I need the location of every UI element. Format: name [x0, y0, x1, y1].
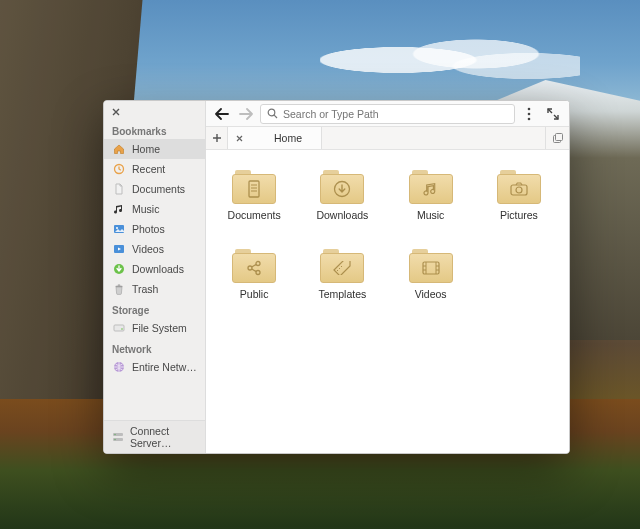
svg-point-17 [528, 117, 531, 120]
folder-icon [409, 247, 453, 283]
toolbar [206, 101, 569, 127]
sidebar-item-music[interactable]: Music [104, 199, 205, 219]
svg-point-16 [528, 112, 531, 115]
folder-label: Documents [228, 209, 281, 221]
duplicate-tab-button[interactable] [545, 127, 569, 149]
sidebar-item-documents[interactable]: Documents [104, 179, 205, 199]
sidebar-item-label: Music [132, 203, 197, 215]
sidebar: BookmarksHomeRecentDocumentsMusicPhotosV… [104, 101, 206, 453]
search-icon [267, 108, 278, 119]
svg-point-15 [528, 107, 531, 110]
folder-label: Public [240, 288, 269, 300]
kebab-icon [527, 107, 531, 121]
close-icon [236, 135, 243, 142]
arrow-left-icon [215, 108, 229, 120]
svg-point-2 [116, 227, 118, 229]
folder-icon [232, 247, 276, 283]
svg-rect-27 [423, 262, 439, 274]
sidebar-section-label: Storage [104, 299, 205, 318]
folder-pictures[interactable]: Pictures [475, 164, 563, 225]
photos-icon [112, 222, 126, 236]
sidebar-close-button[interactable] [110, 106, 122, 118]
sidebar-item-label: Recent [132, 163, 197, 175]
duplicate-icon [552, 132, 564, 144]
sidebar-item-downloads[interactable]: Downloads [104, 259, 205, 279]
sidebar-item-label: Home [132, 143, 197, 155]
file-manager-window: BookmarksHomeRecentDocumentsMusicPhotosV… [103, 100, 570, 454]
connect-server-button[interactable]: Connect Server… [104, 420, 205, 453]
drive-icon [112, 321, 126, 335]
documents-icon [112, 182, 126, 196]
downloads-icon [112, 262, 126, 276]
home-icon [112, 142, 126, 156]
maximize-button[interactable] [543, 104, 563, 124]
folder-templates[interactable]: Templates [298, 243, 386, 304]
folder-icon [320, 247, 364, 283]
sidebar-header [104, 101, 205, 120]
main-pane: Home DocumentsDownloadsMusicPicturesPubl… [206, 101, 569, 453]
expand-icon [547, 108, 559, 120]
nav-forward-button[interactable] [236, 104, 256, 124]
sidebar-item-label: File System [132, 322, 197, 334]
folder-icon [409, 168, 453, 204]
svg-rect-20 [249, 181, 259, 197]
tab-bar: Home [206, 127, 569, 150]
folder-documents[interactable]: Documents [210, 164, 298, 225]
svg-point-26 [256, 271, 260, 275]
sidebar-item-label: Photos [132, 223, 197, 235]
svg-point-8 [121, 328, 123, 330]
icon-grid: DocumentsDownloadsMusicPicturesPublicTem… [210, 164, 563, 304]
svg-point-25 [256, 262, 260, 266]
tab-label: Home [263, 132, 313, 144]
svg-rect-6 [118, 285, 121, 286]
nav-back-button[interactable] [212, 104, 232, 124]
svg-rect-7 [114, 325, 124, 331]
sidebar-body: BookmarksHomeRecentDocumentsMusicPhotosV… [104, 120, 205, 420]
sidebar-item-home[interactable]: Home [104, 139, 205, 159]
sidebar-item-entire-network[interactable]: Entire Network [104, 357, 205, 377]
sidebar-item-videos[interactable]: Videos [104, 239, 205, 259]
svg-point-12 [114, 434, 115, 435]
folder-label: Templates [318, 288, 366, 300]
network-icon [112, 360, 126, 374]
arrow-right-icon [239, 108, 253, 120]
music-icon [112, 202, 126, 216]
sidebar-item-label: Trash [132, 283, 197, 295]
tab-home[interactable]: Home [228, 127, 322, 149]
sidebar-item-trash[interactable]: Trash [104, 279, 205, 299]
folder-downloads[interactable]: Downloads [298, 164, 386, 225]
server-icon [112, 431, 124, 443]
folder-icon [320, 168, 364, 204]
folder-music[interactable]: Music [387, 164, 475, 225]
path-search-input[interactable] [283, 108, 508, 120]
sidebar-item-file-system[interactable]: File System [104, 318, 205, 338]
path-search-field[interactable] [260, 104, 515, 124]
folder-public[interactable]: Public [210, 243, 298, 304]
svg-point-24 [248, 266, 252, 270]
sidebar-section-label: Network [104, 338, 205, 357]
recent-icon [112, 162, 126, 176]
svg-rect-19 [555, 134, 562, 141]
folder-label: Downloads [316, 209, 368, 221]
sidebar-item-label: Documents [132, 183, 197, 195]
new-tab-button[interactable] [206, 127, 228, 149]
folder-content: DocumentsDownloadsMusicPicturesPublicTem… [206, 150, 569, 453]
sidebar-item-photos[interactable]: Photos [104, 219, 205, 239]
svg-point-13 [114, 439, 115, 440]
sidebar-item-recent[interactable]: Recent [104, 159, 205, 179]
close-icon [112, 108, 120, 116]
sidebar-item-label: Entire Network [132, 361, 197, 373]
svg-point-23 [516, 187, 522, 193]
folder-label: Pictures [500, 209, 538, 221]
folder-icon [232, 168, 276, 204]
folder-icon [497, 168, 541, 204]
plus-icon [212, 133, 222, 143]
svg-rect-5 [116, 286, 123, 287]
folder-videos[interactable]: Videos [387, 243, 475, 304]
folder-label: Videos [415, 288, 447, 300]
connect-server-label: Connect Server… [130, 425, 197, 449]
sidebar-section-label: Bookmarks [104, 120, 205, 139]
kebab-menu-button[interactable] [519, 104, 539, 124]
videos-icon [112, 242, 126, 256]
tab-close-button[interactable] [236, 135, 243, 142]
